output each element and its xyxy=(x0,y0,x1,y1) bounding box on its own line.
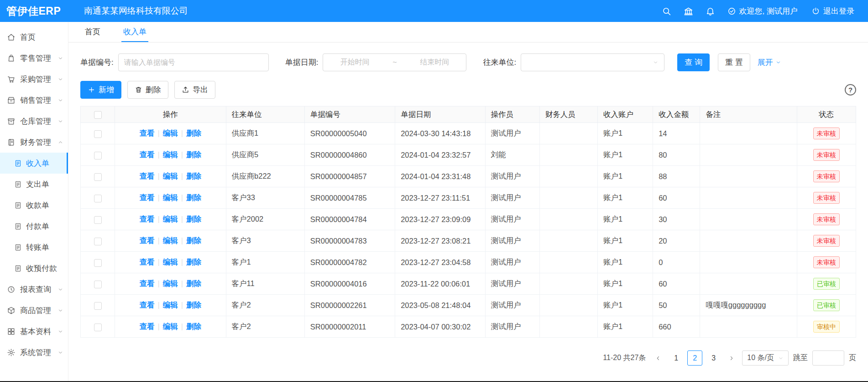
delete-link[interactable]: 删除 xyxy=(186,193,201,202)
view-link[interactable]: 查看 xyxy=(140,215,155,223)
row-checkbox[interactable] xyxy=(94,324,102,331)
date-start-placeholder: 开始时间 xyxy=(340,58,370,67)
sidebar-item-sales[interactable]: 销售管理 xyxy=(0,90,68,111)
account-cell: 账户1 xyxy=(597,230,653,252)
edit-link[interactable]: 编辑 xyxy=(163,129,178,137)
edit-link[interactable]: 编辑 xyxy=(163,301,178,309)
edit-link[interactable]: 编辑 xyxy=(163,150,178,159)
bill-date-cell: 2023-12-27 23:09:09 xyxy=(395,209,485,230)
page-button-2[interactable]: 2 xyxy=(687,350,702,366)
export-button[interactable]: 导出 xyxy=(174,81,215,99)
row-checkbox[interactable] xyxy=(94,173,102,181)
sidebar-item-goods[interactable]: 商品管理 xyxy=(0,300,68,321)
partner-select[interactable] xyxy=(521,53,664,71)
bill-date-range-input[interactable]: 开始时间 ~ 结束时间 xyxy=(323,53,466,71)
bank-icon[interactable] xyxy=(684,6,693,16)
delete-link[interactable]: 删除 xyxy=(186,150,201,159)
edit-link[interactable]: 编辑 xyxy=(163,322,178,330)
body-wrap: 首页零售管理采购管理销售管理仓库管理财务管理收入单支出单收款单付款单转账单收预付… xyxy=(0,22,868,381)
view-link[interactable]: 查看 xyxy=(140,279,155,287)
sidebar-item-warehouse[interactable]: 仓库管理 xyxy=(0,111,68,132)
sidebar-subitem-expense[interactable]: 支出单 xyxy=(0,174,68,195)
view-link[interactable]: 查看 xyxy=(140,301,155,309)
sidebar-item-retail[interactable]: 零售管理 xyxy=(0,48,68,69)
view-link[interactable]: 查看 xyxy=(140,258,155,266)
status-cell: 未审核 xyxy=(797,144,856,166)
column-header-10: 状态 xyxy=(797,106,856,123)
sidebar-item-home[interactable]: 首页 xyxy=(0,27,68,48)
checkbox-cell xyxy=(81,252,115,273)
row-checkbox[interactable] xyxy=(94,238,102,245)
edit-link[interactable]: 编辑 xyxy=(163,236,178,244)
page-button-1[interactable]: 1 xyxy=(669,350,684,366)
logout-button[interactable]: 退出登录 xyxy=(811,6,854,16)
sales-icon xyxy=(7,96,16,105)
view-link[interactable]: 查看 xyxy=(140,322,155,330)
edit-link[interactable]: 编辑 xyxy=(163,279,178,287)
expand-link[interactable]: 展开 xyxy=(758,57,781,68)
action-separator: | xyxy=(181,322,183,330)
sidebar-item-report[interactable]: 报表查询 xyxy=(0,279,68,300)
bill-no-input[interactable] xyxy=(118,53,269,71)
jump-page-input[interactable] xyxy=(812,350,844,366)
help-icon[interactable]: ? xyxy=(845,84,856,96)
next-page-button[interactable] xyxy=(726,350,737,366)
edit-link[interactable]: 编辑 xyxy=(163,258,178,266)
view-link[interactable]: 查看 xyxy=(140,172,155,180)
chevron-down-icon xyxy=(58,55,63,61)
row-checkbox[interactable] xyxy=(94,195,102,202)
row-checkbox[interactable] xyxy=(94,281,102,288)
top-header: 管伊佳ERP 南通某某网络科技有限公司 欢迎您, 测试用户 退出登录 xyxy=(0,0,868,22)
row-checkbox[interactable] xyxy=(94,130,102,138)
view-link[interactable]: 查看 xyxy=(140,193,155,202)
search-button[interactable]: 查 询 xyxy=(677,53,710,71)
prev-page-button[interactable] xyxy=(652,350,664,366)
goods-icon xyxy=(7,306,16,315)
bill-no-cell: SR00000004785 xyxy=(304,187,395,209)
sidebar-item-finance[interactable]: 财务管理 xyxy=(0,132,68,153)
add-button[interactable]: 新增 xyxy=(80,81,121,99)
delete-link[interactable]: 删除 xyxy=(186,258,201,266)
view-link[interactable]: 查看 xyxy=(140,150,155,159)
delete-link[interactable]: 删除 xyxy=(186,236,201,244)
sidebar-subitem-payment[interactable]: 付款单 xyxy=(0,216,68,237)
sidebar-item-basic[interactable]: 基本资料 xyxy=(0,321,68,342)
search-icon[interactable] xyxy=(662,6,671,16)
delete-link[interactable]: 删除 xyxy=(186,215,201,223)
welcome-user[interactable]: 欢迎您, 测试用户 xyxy=(727,6,798,16)
tab-income[interactable]: 收入单 xyxy=(121,22,148,42)
logout-icon xyxy=(811,7,820,16)
tab-home[interactable]: 首页 xyxy=(83,22,102,42)
view-link[interactable]: 查看 xyxy=(140,236,155,244)
row-checkbox[interactable] xyxy=(94,259,102,267)
amount-cell: 50 xyxy=(653,295,700,316)
page-size-select[interactable]: 10 条/页 xyxy=(742,350,789,366)
delete-link[interactable]: 删除 xyxy=(186,279,201,287)
view-link[interactable]: 查看 xyxy=(140,129,155,137)
sidebar-item-system[interactable]: 系统管理 xyxy=(0,342,68,363)
row-checkbox[interactable] xyxy=(94,302,102,310)
sidebar-subitem-transfer[interactable]: 转账单 xyxy=(0,237,68,258)
delete-button[interactable]: 删除 xyxy=(127,81,168,99)
bill-no-cell: SR00000002261 xyxy=(304,295,395,316)
row-checkbox[interactable] xyxy=(94,152,102,159)
sidebar-item-purchase[interactable]: 采购管理 xyxy=(0,69,68,90)
reset-button[interactable]: 重 置 xyxy=(718,53,750,71)
sidebar-subitem-advance[interactable]: 收预付款 xyxy=(0,258,68,279)
delete-link[interactable]: 删除 xyxy=(186,322,201,330)
delete-link[interactable]: 删除 xyxy=(186,129,201,137)
sidebar-subitem-label: 收预付款 xyxy=(26,263,57,274)
edit-link[interactable]: 编辑 xyxy=(163,172,178,180)
finance-icon xyxy=(7,138,16,147)
sidebar-subitem-income[interactable]: 收入单 xyxy=(0,153,68,174)
chevron-down-icon xyxy=(653,59,659,65)
select-all-checkbox[interactable] xyxy=(94,111,102,119)
delete-link[interactable]: 删除 xyxy=(186,301,201,309)
sidebar-subitem-receipt[interactable]: 收款单 xyxy=(0,195,68,216)
row-checkbox[interactable] xyxy=(94,216,102,224)
edit-link[interactable]: 编辑 xyxy=(163,193,178,202)
edit-link[interactable]: 编辑 xyxy=(163,215,178,223)
bell-icon[interactable] xyxy=(706,6,715,16)
delete-link[interactable]: 删除 xyxy=(186,172,201,180)
page-button-3[interactable]: 3 xyxy=(706,350,721,366)
